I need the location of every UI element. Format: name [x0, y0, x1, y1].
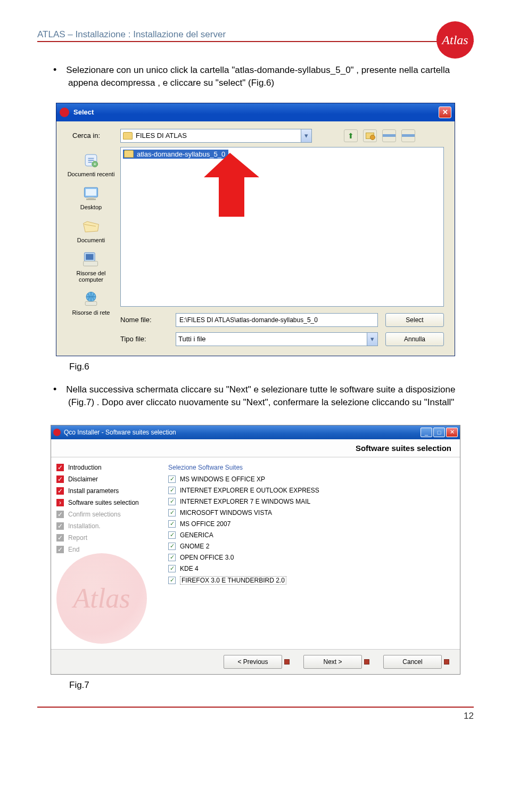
suite-label: MS OFFICE 2007: [180, 520, 230, 528]
suite-label: MICROSOFT WINDOWS VISTA: [180, 509, 272, 516]
step-item: ✓Report: [56, 534, 152, 542]
next-button[interactable]: Next >: [303, 655, 362, 669]
cancel-button[interactable]: Annulla: [385, 332, 444, 346]
svg-rect-7: [86, 254, 93, 260]
chevron-down-icon[interactable]: ▾: [367, 333, 377, 346]
my-computer-shortcut[interactable]: Risorse del computer: [64, 248, 118, 284]
computer-icon: [80, 250, 102, 269]
close-button[interactable]: ✕: [439, 106, 451, 118]
installer-dialog: Qco Installer - Software suites selectio…: [51, 425, 460, 675]
suite-row: ✓KDE 4: [168, 565, 449, 572]
suite-row: ✓INTERNET EXPLORER 7 E WINDOWS MAIL: [168, 498, 449, 505]
instruction-1: Selezionare con un unico click la cartel…: [53, 63, 474, 89]
recent-docs-icon: [80, 151, 102, 170]
select-titlebar: Select ✕: [56, 103, 455, 121]
network-shortcut[interactable]: Risorse di rete: [64, 288, 118, 317]
checkbox[interactable]: ✓: [168, 475, 176, 483]
maximize-button[interactable]: □: [433, 428, 445, 437]
suite-row: ✓MS OFFICE 2007: [168, 520, 449, 528]
look-in-combo[interactable]: FILES DI ATLAS ▾: [120, 129, 312, 143]
places-bar: Documenti recenti Desktop Documenti: [62, 147, 120, 346]
step-item: ✓Introduction: [56, 464, 152, 471]
arrow-right-icon: ›: [56, 499, 64, 506]
suite-row: ✓OPEN OFFICE 3.0: [168, 554, 449, 561]
documents-icon: [80, 217, 102, 236]
step-label: Install parameters: [68, 487, 119, 495]
figure-7-caption: Fig.7: [69, 680, 474, 691]
checkbox[interactable]: ✓: [168, 487, 176, 494]
check-icon: ✓: [56, 546, 64, 553]
documents-shortcut[interactable]: Documenti: [64, 215, 118, 245]
check-icon: ✓: [56, 534, 64, 542]
app-icon: [60, 108, 69, 117]
checkbox[interactable]: ✓: [168, 543, 176, 550]
suite-label: FIREFOX 3.0 E THUNDERBIRD 2.0: [180, 576, 286, 585]
folder-icon: [124, 150, 134, 158]
recent-docs-shortcut[interactable]: Documenti recenti: [64, 149, 118, 179]
suite-row: ✓INTERNET EXPLORER E OUTLOOK EXPRESS: [168, 487, 449, 494]
suite-row: ✓GNOME 2: [168, 543, 449, 550]
svg-rect-10: [85, 301, 97, 305]
view-details-icon[interactable]: [401, 129, 415, 142]
select-title: Select: [73, 108, 94, 116]
step-label: Introduction: [68, 464, 102, 471]
checkbox[interactable]: ✓: [168, 554, 176, 561]
select-dialog: Select ✕ Cerca in: FILES DI ATLAS ▾ ⬆: [56, 103, 455, 356]
check-icon: ✓: [56, 522, 64, 530]
checkbox[interactable]: ✓: [168, 565, 176, 572]
suite-row: ✓FIREFOX 3.0 E THUNDERBIRD 2.0: [168, 576, 449, 585]
check-icon: ✓: [56, 511, 64, 518]
filename-input[interactable]: [176, 313, 378, 327]
chevron-down-icon[interactable]: ▾: [301, 129, 311, 142]
step-item: ✓Disclaimer: [56, 475, 152, 483]
checkbox[interactable]: ✓: [168, 498, 176, 505]
previous-button[interactable]: < Previous: [224, 655, 282, 669]
shortcut-label: Documenti: [77, 237, 105, 243]
step-label: End: [68, 546, 79, 553]
select-button[interactable]: Select: [385, 313, 444, 327]
step-label: Report: [68, 534, 87, 542]
up-folder-icon[interactable]: ⬆: [344, 129, 358, 142]
suite-row: ✓MICROSOFT WINDOWS VISTA: [168, 509, 449, 516]
folder-icon: [123, 132, 133, 140]
instruction-2: Nella successiva schermata cliccare su "…: [53, 383, 474, 409]
file-list[interactable]: atlas-domande-syllabus_5_0: [120, 147, 444, 307]
check-icon: ✓: [56, 464, 64, 471]
suite-label: KDE 4: [180, 565, 199, 572]
checkbox[interactable]: ✓: [168, 577, 176, 584]
step-item: ✓End: [56, 546, 152, 553]
doc-header: ATLAS – Installazione : Installazione de…: [37, 29, 226, 40]
minimize-button[interactable]: _: [421, 428, 432, 437]
close-button[interactable]: ✕: [446, 428, 458, 437]
desktop-shortcut[interactable]: Desktop: [64, 182, 118, 212]
page-number: 12: [37, 707, 474, 721]
checkbox[interactable]: ✓: [168, 531, 176, 539]
suite-row: ✓GENERICA: [168, 531, 449, 539]
installer-footer: < Previous Next > Cancel: [51, 649, 460, 674]
figure-6-caption: Fig.6: [69, 362, 474, 372]
checkbox[interactable]: ✓: [168, 509, 176, 516]
filename-label: Nome file:: [120, 316, 168, 324]
filetype-label: Tipo file:: [120, 335, 168, 343]
suite-label: INTERNET EXPLORER 7 E WINDOWS MAIL: [180, 498, 310, 505]
shortcut-label: Risorse del computer: [64, 270, 118, 283]
desktop-icon: [80, 184, 102, 203]
new-folder-icon[interactable]: [363, 129, 377, 142]
svg-rect-4: [88, 197, 94, 199]
filetype-value: Tutti i file: [178, 335, 206, 343]
suite-label: GNOME 2: [180, 543, 209, 550]
checkbox[interactable]: ✓: [168, 520, 176, 528]
suites-panel: Selezione Software Suites ✓MS WINDOWS E …: [158, 457, 460, 649]
look-in-label: Cerca in:: [72, 132, 115, 140]
network-icon: [80, 289, 102, 308]
suite-label: MS WINDOWS E OFFICE XP: [180, 475, 265, 483]
step-item: ✓Installation.: [56, 522, 152, 530]
resize-grip-icon: [284, 659, 290, 665]
view-list-icon[interactable]: [382, 129, 396, 142]
step-label: Installation.: [68, 522, 101, 530]
filetype-combo[interactable]: Tutti i file ▾: [176, 332, 378, 346]
svg-rect-5: [86, 199, 96, 200]
step-item: ✓Confirm selections: [56, 511, 152, 518]
atlas-logo: Atlas: [436, 21, 474, 59]
cancel-install-button[interactable]: Cancel: [383, 655, 442, 669]
